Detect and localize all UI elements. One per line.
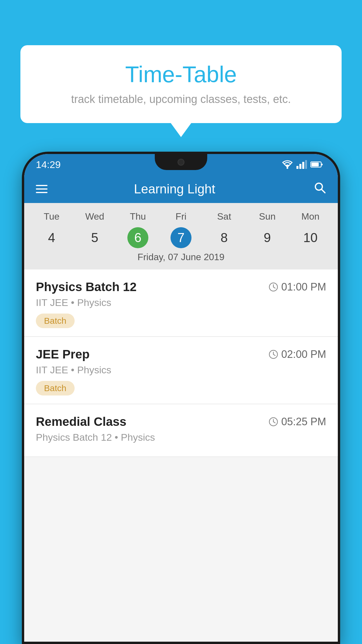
hamburger-line-1 [36,185,48,186]
schedule-item-1-tag: Batch [36,314,75,328]
schedule-item-1-sub: IIT JEE • Physics [36,297,326,308]
svg-rect-1 [296,166,298,169]
hamburger-line-3 [36,192,48,193]
schedule-item-1-header: Physics Batch 12 01:00 PM [36,280,326,294]
svg-point-0 [287,167,288,169]
signal-icon [296,160,307,169]
svg-rect-7 [312,163,319,167]
svg-rect-2 [299,164,301,169]
svg-line-9 [321,189,325,193]
schedule-item-2-title: JEE Prep [36,347,89,361]
battery-icon [310,161,323,168]
tooltip-title: Time-Table [38,61,324,88]
day-10[interactable]: 10 [289,227,332,248]
schedule-item-3-title: Remedial Class [36,415,126,429]
status-icons [282,160,323,169]
phone-notch [155,154,207,170]
hamburger-menu-icon[interactable] [36,185,48,193]
tooltip-subtitle: track timetable, upcoming classes, tests… [38,93,324,106]
day-8[interactable]: 8 [203,227,246,248]
schedule-item-2[interactable]: JEE Prep 02:00 PM IIT JEE • Physics Batc… [24,337,338,404]
schedule-item-2-sub: IIT JEE • Physics [36,364,326,376]
schedule-item-2-tag: Batch [36,381,75,396]
day-9[interactable]: 9 [246,227,289,248]
svg-line-12 [273,287,275,288]
status-time: 14:29 [36,159,61,170]
svg-rect-3 [302,162,304,169]
day-6-today[interactable]: 6 [127,227,148,248]
day-7-selected[interactable]: 7 [171,227,191,248]
clock-icon-1 [268,282,278,292]
day-label-wed: Wed [73,209,116,224]
schedule-item-2-header: JEE Prep 02:00 PM [36,347,326,361]
svg-rect-6 [321,164,323,165]
day-label-thu: Thu [116,209,159,224]
schedule-list: Physics Batch 12 01:00 PM IIT JEE • Phys… [24,270,338,457]
app-header: Learning Light [24,175,338,203]
search-button[interactable] [313,181,326,197]
schedule-item-1-title: Physics Batch 12 [36,280,137,294]
day-label-tue: Tue [30,209,73,224]
day-label-fri: Fri [159,209,203,224]
phone-camera [178,159,184,166]
schedule-item-3-header: Remedial Class 05:25 PM [36,415,326,429]
schedule-item-3-time: 05:25 PM [268,416,326,428]
clock-icon-3 [268,417,278,427]
day-4[interactable]: 4 [30,227,73,248]
schedule-item-1[interactable]: Physics Batch 12 01:00 PM IIT JEE • Phys… [24,270,338,337]
app-title: Learning Light [58,182,291,196]
day-headers: Tue Wed Thu Fri Sat Sun Mon [30,209,332,224]
svg-line-18 [273,422,275,423]
schedule-item-1-time: 01:00 PM [268,281,326,293]
calendar-date-label: Friday, 07 June 2019 [30,252,332,267]
schedule-item-3-sub: Physics Batch 12 • Physics [36,432,326,443]
phone-inner: 14:29 [24,154,338,642]
phone-frame: 14:29 [22,152,340,644]
clock-icon-2 [268,349,278,359]
day-label-sun: Sun [246,209,289,224]
svg-line-15 [273,354,275,356]
day-label-sat: Sat [203,209,246,224]
wifi-icon [282,160,293,169]
calendar-section: Tue Wed Thu Fri Sat Sun Mon 4 5 6 7 8 9 … [24,203,338,270]
day-5[interactable]: 5 [73,227,116,248]
schedule-item-2-time: 02:00 PM [268,348,326,360]
day-numbers: 4 5 6 7 8 9 10 [30,227,332,248]
tooltip-card: Time-Table track timetable, upcoming cla… [20,45,342,123]
day-label-mon: Mon [289,209,332,224]
hamburger-line-2 [36,188,48,190]
svg-rect-4 [305,160,307,169]
schedule-item-3[interactable]: Remedial Class 05:25 PM Physics Batch 12… [24,404,338,457]
